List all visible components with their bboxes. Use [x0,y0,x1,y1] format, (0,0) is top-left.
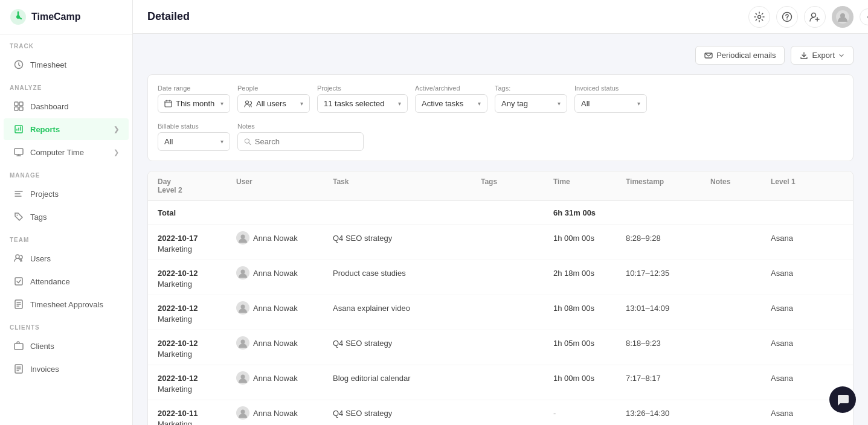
logo-area[interactable]: TimeCamp [0,0,132,34]
computer-time-icon [13,147,24,158]
sidebar-item-invoices[interactable]: Invoices [4,358,129,380]
main-content: Detailed Periodical emails [133,0,868,425]
export-button[interactable]: Export [791,46,854,65]
active-archived-chevron-icon: ▾ [478,100,481,107]
cell-time: 1h 08m 00s [553,304,626,313]
svg-point-28 [241,270,245,274]
cell-timestamp: 8:18–9:23 [626,339,710,348]
notes-filter: Notes [237,123,364,151]
sidebar-item-dashboard[interactable]: Dashboard [4,95,129,117]
tags-select[interactable]: Any tag ▾ [495,94,567,113]
projects-chevron-icon: ▾ [398,100,401,107]
active-archived-select[interactable]: Active tasks ▾ [415,94,487,113]
sidebar-item-reports[interactable]: Reports ❯ [4,118,129,140]
svg-point-30 [241,305,245,309]
notes-search-box[interactable] [237,132,364,151]
cell-level2: Marketing [158,420,236,425]
sidebar-reports-label: Reports [30,125,108,134]
data-table: Day User Task Tags Time Timestamp Notes … [147,171,854,425]
svg-point-26 [241,235,245,239]
active-archived-label: Active/archived [415,85,487,92]
billable-select[interactable]: All ▾ [158,132,230,151]
svg-point-15 [758,15,761,18]
cell-level2: Marketing [158,350,236,359]
sidebar-invoices-label: Invoices [30,365,119,374]
th-user: User [236,177,333,186]
table-row[interactable]: 2022-10-12 Anna Nowak Q4 SEO strategy 1h… [148,330,853,365]
cell-task: Blog editorial calendar [333,374,481,383]
svg-rect-13 [14,344,23,350]
add-user-button[interactable] [804,6,826,28]
tags-value: Any tag [501,99,528,108]
projects-select[interactable]: 11 tasks selected ▾ [317,94,408,113]
notes-search-input[interactable] [255,137,357,146]
cell-time: 1h 00m 00s [553,234,626,243]
timesheet-approvals-icon [13,299,24,310]
cell-user: Anna Nowak [236,231,333,244]
user-avatar-small [236,231,249,244]
table-row[interactable]: 2022-10-11 Anna Nowak Q4 SEO strategy - … [148,400,853,425]
sidebar-dashboard-label: Dashboard [30,102,119,111]
cell-level1: Asana [771,234,843,243]
cell-user: Anna Nowak [236,336,333,350]
sidebar-item-projects[interactable]: Projects [4,183,129,205]
search-icon [244,138,251,145]
people-select[interactable]: All users ▾ [237,94,310,113]
clock-icon [13,59,24,70]
settings-button[interactable] [748,6,770,28]
sidebar-item-clients[interactable]: Clients [4,335,129,357]
invoiced-select[interactable]: All ▾ [574,94,647,113]
cell-level2: Marketing [158,244,236,254]
cell-timestamp: 13:01–14:09 [626,304,710,313]
svg-rect-11 [15,278,22,285]
total-top-time: 6h 31m 00s [553,208,626,217]
table-row[interactable]: 2022-10-12 Anna Nowak Blog editorial cal… [148,365,853,400]
svg-point-34 [241,375,245,379]
table-total-top-row: Total 6h 31m 00s [148,201,853,225]
cell-timestamp: 8:28–9:28 [626,234,710,243]
date-range-value: This month [176,99,214,108]
calendar-icon [164,100,172,107]
periodical-emails-button[interactable]: Periodical emails [695,46,785,65]
projects-filter: Projects 11 tasks selected ▾ [317,85,408,113]
user-avatar-small [236,301,249,315]
th-timestamp: Timestamp [626,177,710,186]
chat-bubble-button[interactable] [829,386,856,413]
cell-level2: Marketing [158,280,236,289]
people-chevron-icon: ▾ [300,100,303,107]
user-avatar-small [236,266,249,280]
date-range-filter: Date range This month ▾ [158,85,230,113]
user-avatar[interactable] [832,6,854,28]
sidebar-item-timesheet-approvals[interactable]: Timesheet Approvals [4,293,129,315]
people-icon [244,100,252,108]
invoiced-label: Invoiced status [574,85,647,92]
sidebar-item-attendance[interactable]: Attendance [4,270,129,292]
table-row[interactable]: 2022-10-17 Anna Nowak Q4 SEO strategy 1h… [148,225,853,260]
sidebar-item-timesheet[interactable]: Timesheet [4,54,129,75]
timecamp-logo-icon [10,8,27,25]
manage-section-label: MANAGE [0,164,132,182]
sidebar-timesheet-label: Timesheet [30,60,119,69]
svg-rect-6 [19,107,23,110]
cell-time: 2h 18m 00s [553,269,626,278]
sidebar-projects-label: Projects [30,190,119,199]
cell-date: 2022-10-12 [158,339,236,348]
periodical-emails-label: Periodical emails [716,51,776,60]
help-button[interactable] [776,6,798,28]
team-section-label: TEAM [0,228,132,247]
date-range-select[interactable]: This month ▾ [158,94,230,113]
cell-user: Anna Nowak [236,301,333,315]
sidebar-item-tags[interactable]: Tags [4,206,129,228]
cell-date: 2022-10-17 [158,234,236,243]
sidebar-item-computer-time[interactable]: Computer Time ❯ [4,141,129,163]
table-row[interactable]: 2022-10-12 Anna Nowak Asana explainer vi… [148,295,853,330]
billable-chevron-icon: ▾ [220,138,223,145]
date-range-label: Date range [158,85,230,92]
sidebar-timesheet-approvals-label: Timesheet Approvals [30,300,119,309]
date-range-chevron-icon: ▾ [220,100,223,107]
sidebar-item-users[interactable]: Users [4,248,129,269]
attendance-icon [13,276,24,287]
cell-level1: Asana [771,339,843,348]
table-row[interactable]: 2022-10-12 Anna Nowak Product case studi… [148,260,853,295]
user-avatar-small [236,336,249,350]
